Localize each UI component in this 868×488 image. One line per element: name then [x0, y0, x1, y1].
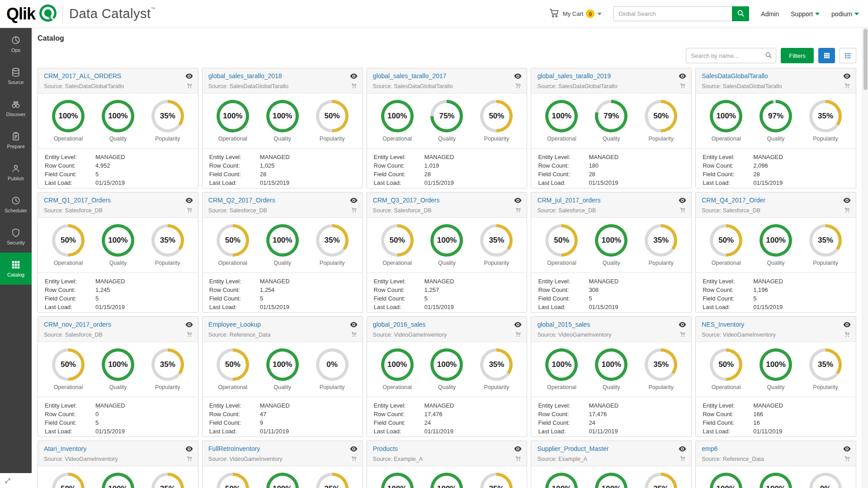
sidebar-item-security[interactable]: Security	[0, 221, 32, 253]
entity-level-value: MANAGED	[589, 277, 618, 286]
global-search-button[interactable]	[732, 6, 749, 21]
preview-eye-icon[interactable]	[350, 73, 358, 81]
add-to-cart-icon[interactable]	[515, 331, 522, 339]
card-title-link[interactable]: CRM_Q1_2017_Orders	[44, 197, 111, 204]
add-to-cart-icon[interactable]	[186, 331, 193, 339]
gauge: 100% Quality	[430, 473, 463, 488]
add-to-cart-icon[interactable]	[679, 455, 686, 464]
add-to-cart-icon[interactable]	[515, 207, 522, 215]
preview-eye-icon[interactable]	[514, 446, 522, 454]
card-title-link[interactable]: Products	[373, 445, 398, 452]
sidebar-item-catalog[interactable]: Catalog	[0, 253, 32, 285]
preview-eye-icon[interactable]	[679, 446, 686, 454]
gauge-value: 50%	[61, 236, 76, 245]
sidebar-item-source[interactable]: Source	[0, 60, 32, 92]
preview-eye-icon[interactable]	[843, 197, 851, 205]
grid-view-toggle[interactable]	[818, 48, 835, 63]
filters-button[interactable]: Filters	[781, 48, 814, 63]
card-title-link[interactable]: global_sales_tarallo_2019	[537, 72, 611, 80]
card-title-link[interactable]: CRM_Q3_2017_Orders	[373, 197, 440, 204]
add-to-cart-icon[interactable]	[515, 83, 522, 91]
preview-eye-icon[interactable]	[843, 446, 851, 454]
preview-eye-icon[interactable]	[514, 197, 522, 205]
preview-eye-icon[interactable]	[350, 197, 358, 205]
add-to-cart-icon[interactable]	[679, 331, 686, 339]
card-title-link[interactable]: CRM_nov_2017_orders	[44, 321, 111, 328]
preview-eye-icon[interactable]	[679, 197, 686, 205]
entity-level-value: MANAGED	[260, 153, 290, 161]
add-to-cart-icon[interactable]	[844, 455, 851, 464]
card-title-link[interactable]: global_2015_sales	[537, 321, 590, 328]
sidebar-item-scheduler[interactable]: Scheduler	[0, 188, 32, 221]
sidebar-item-discover[interactable]: Discover	[0, 92, 32, 124]
add-to-cart-icon[interactable]	[351, 455, 358, 464]
add-to-cart-icon[interactable]	[186, 455, 193, 464]
preview-eye-icon[interactable]	[843, 73, 851, 81]
card-title-link[interactable]: Supplier_Product_Master	[537, 445, 609, 452]
sidebar-item-publish[interactable]: Publish	[0, 156, 32, 188]
gauge-ring: 100%	[595, 348, 627, 381]
my-cart-button[interactable]: My Cart 0	[548, 8, 602, 20]
gauge: 50% Popularity	[645, 100, 677, 142]
card-title-link[interactable]: global_sales_tarallo_2017	[373, 72, 447, 80]
gauge-ring: 50%	[52, 348, 85, 381]
sidebar-item-prepare[interactable]: Prepare	[0, 124, 32, 156]
card-title-link[interactable]: Atari_Inventory	[44, 445, 86, 452]
preview-eye-icon[interactable]	[350, 321, 358, 329]
gauge-label: Quality	[274, 136, 291, 142]
add-to-cart-icon[interactable]	[679, 207, 686, 215]
user-menu[interactable]: podium	[831, 10, 859, 18]
card-title-link[interactable]: CRM_jul_2017_orders	[537, 197, 600, 204]
preview-eye-icon[interactable]	[679, 321, 686, 329]
add-to-cart-icon[interactable]	[844, 207, 851, 215]
row-count-value: 17,476	[589, 410, 607, 418]
card-title-link[interactable]: emp6	[702, 445, 717, 452]
qlik-logo[interactable]: Qlik	[6, 4, 57, 24]
preview-eye-icon[interactable]	[185, 321, 193, 329]
gauge-label: Operational	[547, 260, 576, 266]
preview-eye-icon[interactable]	[350, 446, 358, 454]
card-title-link[interactable]: global_sales_tarallo_2018	[208, 72, 282, 80]
preview-eye-icon[interactable]	[185, 446, 193, 454]
preview-eye-icon[interactable]	[514, 73, 522, 81]
add-to-cart-icon[interactable]	[844, 331, 851, 339]
card-source: Source: Salesforce_DB	[537, 207, 676, 214]
support-menu[interactable]: Support	[791, 10, 820, 18]
card-title-link[interactable]: NES_Inventory	[702, 321, 744, 328]
preview-eye-icon[interactable]	[185, 197, 193, 205]
preview-eye-icon[interactable]	[843, 321, 851, 329]
gauge-value: 100%	[766, 360, 785, 369]
gauge-value: 100%	[437, 236, 457, 245]
preview-eye-icon[interactable]	[679, 73, 686, 81]
preview-eye-icon[interactable]	[185, 73, 193, 81]
card-title-link[interactable]: CRM_2017_ALL_ORDERS	[44, 72, 121, 80]
add-to-cart-icon[interactable]	[351, 331, 358, 339]
gauge-value: 35%	[818, 112, 833, 121]
vertical-scrollbar[interactable]	[862, 28, 868, 488]
card-title-link[interactable]: CRM_Q4_2017_Order	[702, 197, 765, 204]
search-by-name-input[interactable]	[686, 48, 776, 63]
card-title-link[interactable]: global_2016_sales	[373, 321, 426, 328]
collapse-sidebar-button[interactable]	[0, 473, 15, 488]
sidebar-item-ops[interactable]: Ops	[0, 28, 32, 60]
card-title-link[interactable]: Employee_Lookup	[208, 321, 261, 328]
card-title-link[interactable]: SalesDataGlobalTarallo	[702, 72, 768, 80]
card-title-link[interactable]: CRM_Q2_2017_Orders	[208, 197, 275, 204]
add-to-cart-icon[interactable]	[351, 83, 358, 91]
add-to-cart-icon[interactable]	[186, 83, 193, 91]
expand-arrows-icon	[4, 477, 11, 484]
add-to-cart-icon[interactable]	[351, 207, 358, 215]
gauge-label: Quality	[109, 260, 127, 266]
add-to-cart-icon[interactable]	[186, 207, 193, 215]
scrollbar-thumb[interactable]	[863, 29, 868, 90]
add-to-cart-icon[interactable]	[844, 83, 851, 91]
preview-eye-icon[interactable]	[514, 321, 522, 329]
admin-link[interactable]: Admin	[761, 10, 779, 18]
card-title-link[interactable]: FullRetroInventory	[208, 445, 260, 452]
add-to-cart-icon[interactable]	[515, 455, 522, 464]
add-to-cart-icon[interactable]	[679, 83, 686, 91]
list-view-toggle[interactable]	[840, 48, 856, 63]
card-stats: Entity Level:MANAGED Row Count:308 Field…	[531, 272, 691, 313]
global-search-input[interactable]	[613, 6, 732, 21]
row-count-value: 1,025	[260, 161, 275, 170]
